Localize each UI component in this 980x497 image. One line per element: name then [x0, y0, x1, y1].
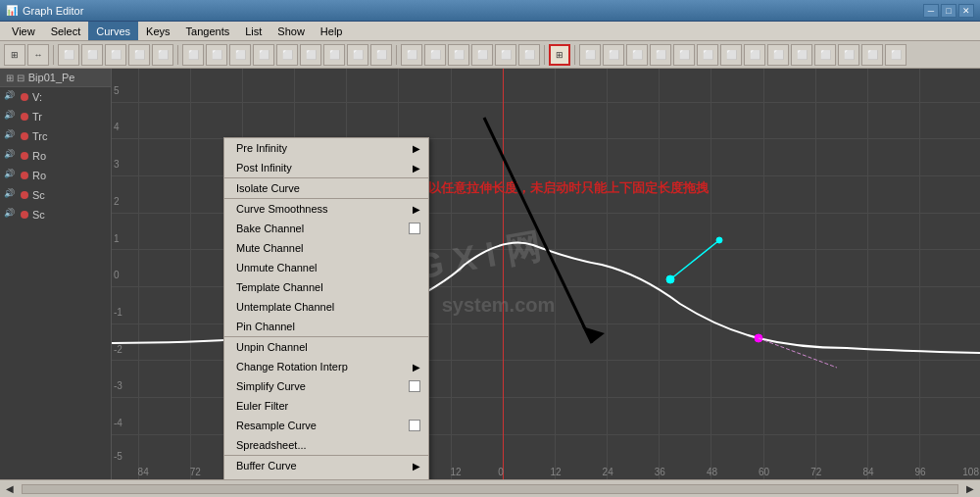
menu-swap-buffer-curve[interactable]: Swap Buffer Curve [224, 475, 428, 479]
item-dot [21, 152, 28, 160]
menu-curves[interactable]: Curves [88, 22, 138, 40]
list-item[interactable]: 🔊 Sc [0, 185, 111, 205]
tb-btn-24[interactable]: ⬜ [579, 44, 601, 66]
menu-spreadsheet[interactable]: Spreadsheet... [224, 435, 428, 455]
grid-v [607, 69, 608, 479]
resample-curve-label: Resample Curve [236, 420, 317, 431]
list-item[interactable]: 🔊 Sc [0, 205, 111, 224]
tb-btn-30[interactable]: ⬜ [720, 44, 742, 66]
y-label: -2 [114, 344, 122, 355]
tb-btn-28[interactable]: ⬜ [673, 44, 695, 66]
tb-btn-34[interactable]: ⬜ [814, 44, 836, 66]
tb-btn-15[interactable]: ⬜ [347, 44, 368, 66]
menu-tangents[interactable]: Tangents [178, 22, 238, 40]
status-bar: ◀ ▶ [0, 479, 980, 497]
tb-btn-14[interactable]: ⬜ [323, 44, 345, 66]
tb-btn-29[interactable]: ⬜ [697, 44, 718, 66]
tb-btn-16[interactable]: ⬜ [370, 44, 392, 66]
tb-btn-12[interactable]: ⬜ [276, 44, 298, 66]
tb-btn-18[interactable]: ⬜ [424, 44, 446, 66]
tb-btn-17[interactable]: ⬜ [401, 44, 422, 66]
y-label: -5 [114, 451, 122, 462]
menu-pre-infinity[interactable]: Pre Infinity ▶ [224, 138, 428, 158]
tb-btn-11[interactable]: ⬜ [253, 44, 274, 66]
item-dot [21, 211, 28, 219]
tb-btn-4[interactable]: ⬜ [81, 44, 103, 66]
arrow-icon: ▶ [413, 461, 420, 472]
change-rotation-label: Change Rotation Interp [236, 361, 348, 373]
tb-btn-31[interactable]: ⬜ [744, 44, 765, 66]
tb-btn-20[interactable]: ⬜ [471, 44, 493, 66]
tb-btn-32[interactable]: ⬜ [767, 44, 789, 66]
tb-btn-25[interactable]: ⬜ [603, 44, 624, 66]
tb-btn-6[interactable]: ⬜ [128, 44, 150, 66]
tb-btn-3[interactable]: ⬜ [58, 44, 79, 66]
tb-btn-highlighted[interactable]: ⊞ [549, 44, 570, 66]
tb-btn-1[interactable]: ⊞ [4, 44, 25, 66]
arrow-icon: ▶ [413, 362, 420, 373]
toolbar-sep-2 [177, 45, 178, 65]
y-label: 3 [114, 159, 120, 170]
menu-mute-channel[interactable]: Mute Channel [224, 238, 428, 258]
menu-post-infinity[interactable]: Post Infinity ▶ [224, 158, 428, 177]
menu-help[interactable]: Help [313, 22, 351, 40]
menu-simplify-curve[interactable]: Simplify Curve [224, 376, 428, 396]
menu-select[interactable]: Select [43, 22, 89, 40]
list-item[interactable]: 🔊 Tr [0, 107, 111, 126]
menu-curve-smoothness[interactable]: Curve Smoothness ▶ [224, 199, 428, 219]
speaker-icon: 🔊 [4, 188, 18, 202]
untemplate-channel-label: Untemplate Channel [236, 301, 334, 313]
minimize-button[interactable]: ─ [923, 4, 939, 18]
tb-btn-13[interactable]: ⬜ [300, 44, 321, 66]
menu-pin-channel[interactable]: Pin Channel [224, 317, 428, 336]
tb-btn-22[interactable]: ⬜ [518, 44, 540, 66]
dropdown-menu: Pre Infinity ▶ Post Infinity ▶ Isolate C… [223, 137, 429, 479]
tb-btn-35[interactable]: ⬜ [838, 44, 859, 66]
tb-btn-8[interactable]: ⬜ [182, 44, 204, 66]
menu-change-rotation[interactable]: Change Rotation Interp ▶ [224, 357, 428, 376]
menu-keys[interactable]: Keys [138, 22, 177, 40]
scroll-right-btn[interactable]: ▶ [966, 483, 974, 494]
tb-btn-7[interactable]: ⬜ [152, 44, 173, 66]
panel-title: Bip01_Pe [28, 72, 75, 83]
menu-untemplate-channel[interactable]: Untemplate Channel [224, 297, 428, 317]
menu-list[interactable]: List [237, 22, 270, 40]
close-button[interactable]: ✕ [958, 4, 974, 18]
restore-button[interactable]: □ [941, 4, 956, 18]
tb-btn-21[interactable]: ⬜ [495, 44, 516, 66]
menu-template-channel[interactable]: Template Channel [224, 277, 428, 297]
window-controls: ─ □ ✕ [923, 4, 974, 18]
tb-btn-10[interactable]: ⬜ [229, 44, 251, 66]
menu-buffer-curve[interactable]: Buffer Curve ▶ [224, 456, 428, 475]
list-item[interactable]: 🔊 V: [0, 87, 111, 107]
item-label: V: [32, 91, 42, 103]
grid-v [867, 69, 868, 479]
tb-btn-27[interactable]: ⬜ [650, 44, 671, 66]
scroll-left-btn[interactable]: ◀ [6, 483, 14, 494]
item-label: Sc [32, 189, 45, 201]
tb-btn-9[interactable]: ⬜ [206, 44, 227, 66]
horizontal-scrollbar[interactable] [22, 484, 958, 494]
list-item[interactable]: 🔊 Ro [0, 146, 111, 166]
menu-bake-channel[interactable]: Bake Channel [224, 219, 428, 238]
list-item[interactable]: 🔊 Ro [0, 166, 111, 185]
menu-euler-filter[interactable]: Euler Filter [224, 396, 428, 416]
checkbox-simplify [409, 380, 420, 392]
menu-show[interactable]: Show [270, 22, 313, 40]
tb-btn-36[interactable]: ⬜ [861, 44, 883, 66]
template-channel-label: Template Channel [236, 281, 323, 293]
left-panel: ⊞ ⊟ Bip01_Pe 🔊 V: 🔊 Tr 🔊 Trc 🔊 Ro 🔊 Ro [0, 69, 112, 479]
toolbar-sep-1 [53, 45, 54, 65]
menu-isolate-curve[interactable]: Isolate Curve [224, 178, 428, 198]
tb-btn-26[interactable]: ⬜ [626, 44, 648, 66]
tb-btn-33[interactable]: ⬜ [791, 44, 812, 66]
menu-unpin-channel[interactable]: Unpin Channel [224, 337, 428, 357]
tb-btn-5[interactable]: ⬜ [105, 44, 126, 66]
tb-btn-19[interactable]: ⬜ [448, 44, 469, 66]
tb-btn-2[interactable]: ↔ [27, 44, 49, 66]
menu-view[interactable]: View [4, 22, 43, 40]
menu-unmute-channel[interactable]: Unmute Channel [224, 258, 428, 277]
menu-resample-curve[interactable]: Resample Curve [224, 416, 428, 435]
list-item[interactable]: 🔊 Trc [0, 126, 111, 146]
tb-btn-37[interactable]: ⬜ [885, 44, 906, 66]
